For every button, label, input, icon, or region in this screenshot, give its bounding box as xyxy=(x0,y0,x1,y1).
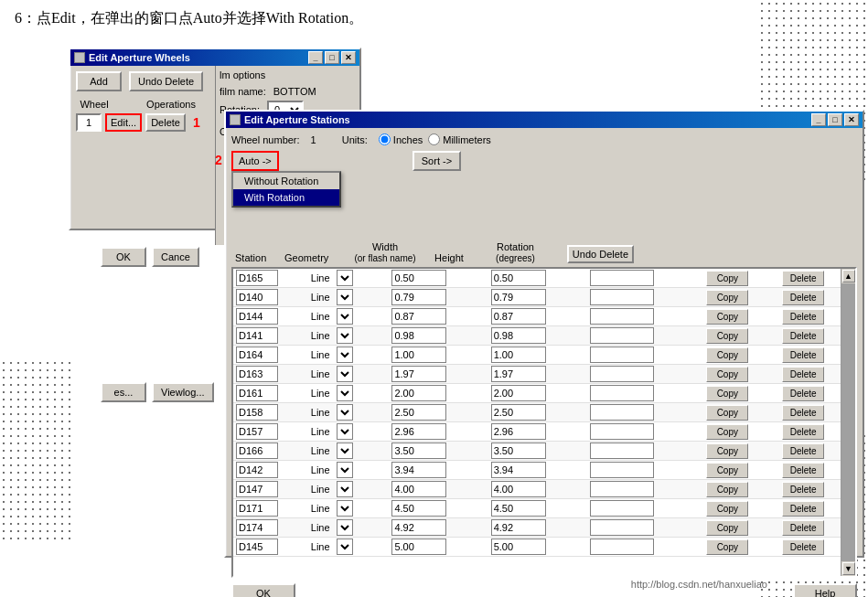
rotation-input[interactable] xyxy=(590,423,654,440)
copy-button[interactable]: Copy xyxy=(706,309,748,325)
copy-button[interactable]: Copy xyxy=(706,367,748,382)
copy-button[interactable]: Copy xyxy=(706,539,748,555)
height-input[interactable] xyxy=(491,519,546,536)
station-input[interactable] xyxy=(236,500,278,517)
copy-button[interactable]: Copy xyxy=(706,520,748,536)
width-input[interactable] xyxy=(391,462,446,478)
rotation-input[interactable] xyxy=(590,270,654,286)
copy-button[interactable]: Copy xyxy=(706,328,748,344)
delete-button[interactable]: Delete xyxy=(782,386,824,401)
station-input[interactable] xyxy=(236,538,278,555)
copy-button[interactable]: Copy xyxy=(706,271,748,286)
width-input[interactable] xyxy=(391,404,446,421)
copy-button[interactable]: Copy xyxy=(706,501,748,517)
height-input[interactable] xyxy=(491,327,546,344)
copy-button[interactable]: Copy xyxy=(706,443,748,459)
height-input[interactable] xyxy=(491,385,546,401)
inches-radio[interactable] xyxy=(379,133,391,145)
copy-button[interactable]: Copy xyxy=(706,386,748,401)
sort-button[interactable]: Sort -> xyxy=(413,151,461,171)
width-input[interactable] xyxy=(391,423,446,440)
geo-select[interactable]: ▼ xyxy=(337,519,353,536)
wheels-delete-button[interactable]: Delete xyxy=(145,113,186,132)
es-button[interactable]: es... xyxy=(101,382,146,402)
geo-select[interactable]: ▼ xyxy=(337,423,353,440)
wheels-maximize-btn[interactable]: □ xyxy=(325,51,339,64)
height-input[interactable] xyxy=(491,538,546,555)
station-input[interactable] xyxy=(236,481,278,497)
auto-button[interactable]: Auto -> xyxy=(231,151,279,171)
without-rotation-item[interactable]: Without Rotation xyxy=(233,173,339,189)
mm-radio[interactable] xyxy=(428,133,440,145)
copy-button[interactable]: Copy xyxy=(706,463,748,478)
scroll-up-btn[interactable]: ▲ xyxy=(842,270,855,283)
viewlog-button[interactable]: Viewlog... xyxy=(152,382,214,402)
geo-select[interactable]: ▼ xyxy=(337,500,353,517)
rotation-input[interactable] xyxy=(590,442,654,459)
geo-select[interactable]: ▼ xyxy=(337,538,353,555)
delete-button[interactable]: Delete xyxy=(782,367,824,382)
copy-button[interactable]: Copy xyxy=(706,424,748,440)
delete-button[interactable]: Delete xyxy=(782,347,824,363)
station-input[interactable] xyxy=(236,327,278,344)
ok-button[interactable]: OK xyxy=(101,247,146,267)
width-input[interactable] xyxy=(391,366,446,382)
geo-select[interactable]: ▼ xyxy=(337,308,353,325)
width-input[interactable] xyxy=(391,519,446,536)
station-input[interactable] xyxy=(236,462,278,478)
rotation-input[interactable] xyxy=(590,404,654,421)
height-input[interactable] xyxy=(491,423,546,440)
delete-button[interactable]: Delete xyxy=(782,520,824,536)
rotation-input[interactable] xyxy=(590,519,654,536)
rotation-input[interactable] xyxy=(590,385,654,401)
width-input[interactable] xyxy=(391,308,446,325)
delete-button[interactable]: Delete xyxy=(782,290,824,305)
copy-button[interactable]: Copy xyxy=(706,290,748,305)
delete-button[interactable]: Delete xyxy=(782,271,824,286)
station-input[interactable] xyxy=(236,270,278,286)
station-input[interactable] xyxy=(236,442,278,459)
stations-close-btn[interactable]: ✕ xyxy=(844,113,859,126)
stations-help-button[interactable]: Help xyxy=(793,583,857,597)
station-input[interactable] xyxy=(236,423,278,440)
delete-button[interactable]: Delete xyxy=(782,501,824,517)
geo-select[interactable]: ▼ xyxy=(337,289,353,305)
width-input[interactable] xyxy=(391,346,446,363)
rotation-input[interactable] xyxy=(590,308,654,325)
station-input[interactable] xyxy=(236,519,278,536)
height-input[interactable] xyxy=(491,442,546,459)
geo-select[interactable]: ▼ xyxy=(337,270,353,286)
height-input[interactable] xyxy=(491,366,546,382)
rotation-input[interactable] xyxy=(590,500,654,517)
scroll-down-btn[interactable]: ▼ xyxy=(842,562,855,575)
height-input[interactable] xyxy=(491,289,546,305)
width-input[interactable] xyxy=(391,481,446,497)
rotation-input[interactable] xyxy=(590,346,654,363)
rotation-input[interactable] xyxy=(590,481,654,497)
stations-ok-button[interactable]: OK xyxy=(231,583,295,597)
geo-select[interactable]: ▼ xyxy=(337,404,353,421)
wheels-close-btn[interactable]: ✕ xyxy=(341,51,356,64)
delete-button[interactable]: Delete xyxy=(782,309,824,325)
copy-button[interactable]: Copy xyxy=(706,405,748,421)
geo-select[interactable]: ▼ xyxy=(337,442,353,459)
geo-select[interactable]: ▼ xyxy=(337,366,353,382)
wheels-edit-button[interactable]: Edit... xyxy=(105,113,142,132)
height-input[interactable] xyxy=(491,462,546,478)
wheels-add-button[interactable]: Add xyxy=(76,71,122,91)
height-input[interactable] xyxy=(491,346,546,363)
station-input[interactable] xyxy=(236,366,278,382)
width-input[interactable] xyxy=(391,538,446,555)
delete-button[interactable]: Delete xyxy=(782,463,824,478)
station-input[interactable] xyxy=(236,289,278,305)
width-input[interactable] xyxy=(391,385,446,401)
geo-select[interactable]: ▼ xyxy=(337,346,353,363)
width-input[interactable] xyxy=(391,289,446,305)
height-input[interactable] xyxy=(491,270,546,286)
width-input[interactable] xyxy=(391,500,446,517)
delete-button[interactable]: Delete xyxy=(782,328,824,344)
station-input[interactable] xyxy=(236,404,278,421)
scrollbar[interactable]: ▲ ▼ xyxy=(841,269,855,576)
height-input[interactable] xyxy=(491,481,546,497)
copy-button[interactable]: Copy xyxy=(706,347,748,363)
